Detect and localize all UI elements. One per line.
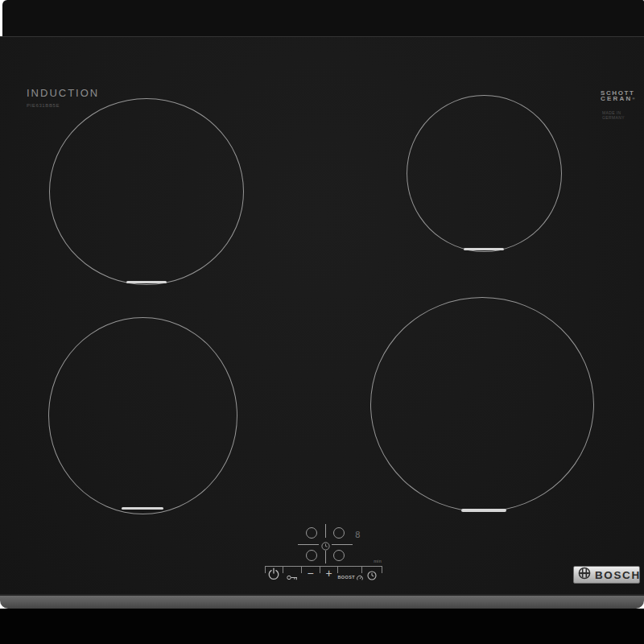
hob-back-edge — [2, 0, 644, 36]
model-number-label: PIE631BB5E — [27, 103, 60, 108]
selector-cross-line — [332, 544, 353, 545]
increase-button[interactable]: + — [322, 567, 336, 580]
timer-display: 8 — [355, 530, 361, 540]
selector-cross-line — [298, 544, 319, 545]
schott-logo-subtext: MADE IN GERMANY — [602, 110, 644, 120]
control-separator — [301, 566, 302, 573]
boost-label: BOOST — [337, 575, 355, 580]
cooking-zone-back-left — [49, 98, 244, 285]
zone-select-front-right[interactable] — [333, 550, 345, 561]
cooking-zone-front-left — [48, 317, 237, 514]
bosch-logo-text: BOSCH — [595, 569, 641, 581]
cooking-zone-front-right — [370, 297, 594, 512]
control-separator — [337, 566, 338, 573]
induction-hob-product-image: INDUCTION PIE631BB5E SCHOTT CERAN® MADE … — [0, 0, 644, 644]
schott-ceran-logo: SCHOTT CERAN® — [601, 90, 637, 101]
ceramic-glass-surface: INDUCTION PIE631BB5E SCHOTT CERAN® MADE … — [0, 36, 644, 595]
boost-button[interactable]: BOOST — [339, 570, 361, 584]
minutes-label: min — [369, 559, 382, 564]
selector-cross-line — [325, 551, 326, 564]
induction-print-label: INDUCTION — [27, 87, 99, 99]
registered-mark: ® — [632, 97, 636, 101]
control-separator — [283, 566, 283, 573]
key-icon — [287, 570, 298, 584]
control-separator — [265, 566, 266, 573]
front-shadow — [0, 609, 644, 644]
front-metal-trim — [0, 594, 644, 609]
zone-marker-back-right — [464, 248, 504, 250]
zone-marker-front-right — [461, 509, 506, 512]
child-lock-button[interactable] — [287, 570, 298, 584]
zone-select-back-right[interactable] — [333, 527, 345, 539]
bosch-symbol-icon — [578, 567, 591, 583]
clock-icon — [367, 569, 377, 583]
power-button[interactable] — [267, 568, 280, 584]
zone-select-back-left[interactable] — [306, 527, 317, 539]
timer-button[interactable] — [367, 569, 377, 584]
bosch-logo-badge: BOSCH — [573, 566, 640, 584]
decrease-button[interactable]: − — [303, 567, 317, 580]
control-separator — [320, 566, 320, 573]
selector-cross-line — [325, 524, 326, 538]
zone-marker-front-left — [122, 507, 163, 510]
power-standby-icon — [267, 569, 280, 583]
control-separator — [382, 566, 382, 573]
zone-marker-back-left — [126, 281, 167, 283]
zone-select-front-left[interactable] — [306, 550, 317, 561]
speedometer-icon — [357, 570, 363, 584]
selector-center-clock-icon — [321, 539, 330, 548]
cooking-zone-back-right — [407, 95, 562, 252]
schott-logo-line2: CERAN® — [601, 96, 637, 101]
